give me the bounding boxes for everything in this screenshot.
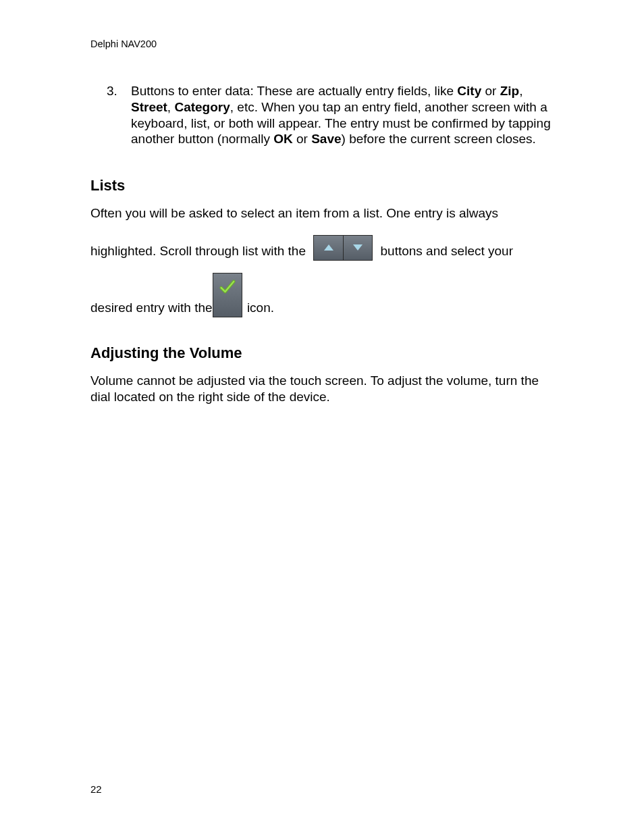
text-segment: highlighted. Scroll through list with th…: [90, 244, 309, 258]
bold-street: Street: [131, 100, 167, 114]
document-page: Delphi NAV200 3. Buttons to enter data: …: [0, 0, 644, 834]
bold-category: Category: [174, 100, 230, 114]
heading-lists: Lists: [90, 177, 554, 194]
scroll-buttons-icon: [313, 235, 373, 261]
section-volume: Adjusting the Volume Volume cannot be ad…: [90, 344, 554, 405]
bold-zip: Zip: [500, 84, 520, 98]
bold-city: City: [457, 84, 481, 98]
checkmark-icon: [213, 273, 242, 317]
ordered-list-item-3: 3. Buttons to enter data: These are actu…: [90, 83, 554, 147]
list-number: 3.: [90, 83, 131, 147]
text-segment: ,: [519, 84, 522, 98]
text-segment: icon.: [247, 301, 274, 315]
page-header: Delphi NAV200: [90, 38, 554, 49]
list-item-body: Buttons to enter data: These are actuall…: [131, 83, 554, 147]
text-segment: ,: [167, 100, 175, 114]
section-lists: Lists Often you will be asked to select …: [90, 177, 554, 316]
text-segment: desired entry with the: [90, 301, 213, 315]
lists-paragraph-2: highlighted. Scroll through list with th…: [90, 235, 554, 259]
text-segment: Buttons to enter data: These are actuall…: [131, 84, 457, 98]
text-segment: ) before the current screen closes.: [342, 132, 536, 146]
scroll-down-icon: [343, 236, 372, 260]
page-number: 22: [90, 783, 102, 795]
lists-paragraph-3: desired entry with the icon.: [90, 273, 554, 316]
volume-paragraph: Volume cannot be adjusted via the touch …: [90, 373, 554, 405]
lists-paragraph-1: Often you will be asked to select an ite…: [90, 205, 554, 221]
bold-ok: OK: [273, 132, 293, 146]
text-segment: or: [293, 132, 311, 146]
text-segment: buttons and select your: [381, 244, 513, 258]
bold-save: Save: [311, 132, 341, 146]
text-segment: or: [481, 84, 500, 98]
heading-volume: Adjusting the Volume: [90, 344, 554, 362]
scroll-up-icon: [314, 236, 343, 260]
